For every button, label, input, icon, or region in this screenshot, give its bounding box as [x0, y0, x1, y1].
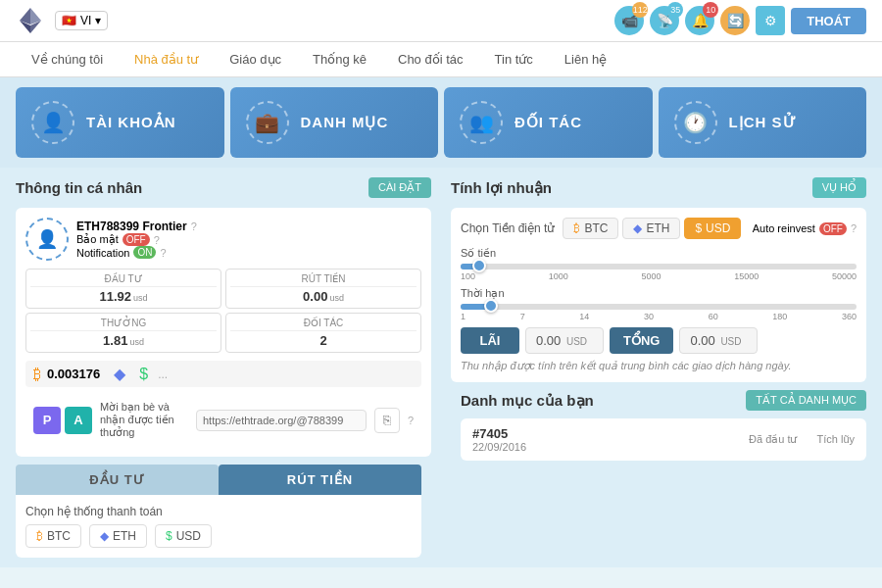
- withdraw-header: RÚT TIỀN: [230, 273, 416, 287]
- bonus-value: 1.81: [103, 333, 127, 348]
- personal-info-card: 👤 ETH788399 Frontier ? Bảo mật OFF ?: [16, 208, 431, 457]
- partner-header: ĐỐI TÁC: [230, 318, 416, 331]
- logout-button[interactable]: THOÁT: [791, 8, 866, 34]
- btc-curr-icon: ₿: [573, 221, 580, 235]
- tile-history[interactable]: 🕐 LỊCH SỬ: [659, 87, 867, 158]
- chevron-down-icon: ▾: [95, 14, 101, 27]
- tile-portfolio[interactable]: 💼 DANH MỤC: [230, 87, 439, 158]
- referral-help-icon[interactable]: ?: [408, 415, 414, 426]
- nav-news[interactable]: Tin tức: [479, 42, 549, 76]
- amount-ticks: 100 1000 5000 15000 50000: [461, 271, 857, 281]
- tick-100: 100: [461, 271, 475, 281]
- duration-track: [461, 304, 857, 310]
- header: 🇻🇳 VI ▾ 📹 112 📡 35 🔔 10 🔄 ⚙ THOÁT: [0, 0, 882, 42]
- profit-header: Tính lợi nhuận VỤ HỔ: [451, 177, 866, 198]
- auto-reinvest-label: Auto reinvest: [753, 222, 815, 234]
- accumulated-label: Tích lũy: [816, 433, 855, 445]
- gear-icon: ⚙: [764, 13, 777, 28]
- payment-label: Chọn hệ thống thanh toán: [25, 505, 412, 518]
- nav-investor[interactable]: Nhà đầu tư: [119, 42, 214, 76]
- help-icon[interactable]: ?: [191, 220, 197, 232]
- bonus-unit: usd: [129, 337, 144, 347]
- payment-btc[interactable]: ₿ BTC: [25, 524, 81, 548]
- portfolio-icon: 💼: [246, 101, 289, 144]
- auto-reinvest-toggle[interactable]: OFF: [819, 222, 847, 235]
- nav-about[interactable]: Về chúng tôi: [16, 42, 119, 76]
- tab-content: Chọn hệ thống thanh toán ₿ BTC ◆ ETH $ U…: [16, 495, 421, 558]
- bell-notif-button[interactable]: 🔔 10: [685, 6, 714, 35]
- bell-badge: 10: [703, 2, 718, 18]
- accumulated-col: Tích lũy: [816, 433, 855, 446]
- left-section: Thông tin cá nhân CÀI ĐẶT 👤 ETH788399 Fr…: [16, 168, 441, 558]
- withdraw-unit: usd: [329, 293, 344, 303]
- security-help-icon[interactable]: ?: [154, 234, 160, 246]
- amount-slider-section: Số tiền 100 1000 5000 15000 50000: [461, 247, 857, 281]
- notification-on: ON: [133, 246, 156, 259]
- btc-currency-btn[interactable]: ₿ BTC: [563, 218, 618, 239]
- notification-toggle-row: Notification ON ?: [76, 246, 197, 259]
- amount-thumb[interactable]: [472, 259, 486, 272]
- copy-link-button[interactable]: ⎘: [374, 408, 400, 433]
- invest-tab[interactable]: ĐẦU TƯ: [16, 465, 219, 495]
- withdraw-tab[interactable]: RÚT TIỀN: [219, 465, 421, 495]
- interest-button[interactable]: LÃI: [461, 327, 519, 354]
- help-button[interactable]: VỤ HỔ: [812, 177, 866, 198]
- usd-curr-label: USD: [706, 221, 730, 235]
- payment-eth[interactable]: ◆ ETH: [89, 524, 147, 548]
- tick-7: 7: [520, 312, 525, 321]
- user-info: ETH788399 Frontier ? Bảo mật OFF ? Notif…: [76, 220, 197, 259]
- tile-partner-label: ĐỐI TÁC: [514, 114, 582, 131]
- tick-1: 1: [461, 312, 466, 321]
- nav-stats[interactable]: Thống kê: [297, 42, 382, 76]
- feed-notif-button[interactable]: 📡 35: [650, 6, 679, 35]
- withdraw-value: 0.00: [303, 289, 327, 304]
- partner-stat: ĐỐI TÁC 2: [225, 313, 421, 353]
- invest-value: 11.92: [99, 289, 131, 304]
- tick-60: 60: [709, 312, 718, 321]
- header-right: 📹 112 📡 35 🔔 10 🔄 ⚙ THOÁT: [614, 6, 866, 35]
- invested-label: Đã đầu tư: [749, 433, 797, 446]
- video-notif-button[interactable]: 📹 112: [614, 6, 644, 35]
- eth-pay-icon: ◆: [100, 529, 109, 543]
- personal-info-title: Thông tin cá nhân: [16, 179, 142, 196]
- eth-icon: ◆: [114, 365, 125, 383]
- tile-partner[interactable]: 👥 ĐỐI TÁC: [444, 87, 653, 158]
- bonus-stat: THƯỞNG 1.81 usd: [25, 313, 221, 353]
- tick-30: 30: [644, 312, 654, 321]
- tick-360: 360: [842, 312, 857, 321]
- withdraw-stat: RÚT TIỀN 0.00 usd: [225, 269, 421, 309]
- eth-curr-icon: ◆: [633, 221, 642, 235]
- usd-currency-btn[interactable]: $ USD: [684, 218, 741, 239]
- tile-account[interactable]: 👤 TÀI KHOẢN: [16, 87, 224, 158]
- interest-value-display: 0.00 USD: [525, 327, 604, 354]
- refresh-notif-button[interactable]: 🔄: [720, 6, 750, 35]
- security-toggle[interactable]: OFF: [122, 233, 150, 246]
- language-button[interactable]: 🇻🇳 VI ▾: [55, 11, 108, 30]
- auto-reinvest-help[interactable]: ?: [851, 222, 857, 234]
- total-value: 0.00: [690, 333, 714, 348]
- right-section: Tính lợi nhuận VỤ HỔ Chọn Tiền điện tử ₿…: [441, 168, 866, 558]
- eth-currency-btn[interactable]: ◆ ETH: [622, 218, 680, 239]
- duration-label: Thời hạn: [461, 287, 857, 300]
- nav-contact[interactable]: Liên hệ: [549, 42, 622, 76]
- security-label: Bảo mật: [76, 233, 119, 246]
- invested-col: Đã đầu tư: [749, 433, 797, 446]
- referral-link-input[interactable]: [196, 410, 367, 431]
- payment-usd[interactable]: $ USD: [155, 524, 212, 548]
- portfolio-header: Danh mục của bạn TẤT CẢ DANH MỤC: [461, 390, 866, 411]
- investment-section: ĐẦU TƯ RÚT TIỀN Chọn hệ thống thanh toán…: [16, 457, 431, 558]
- tick-14: 14: [579, 312, 589, 321]
- nav-education[interactable]: Giáo dục: [214, 42, 297, 76]
- settings-small-button[interactable]: CÀI ĐẶT: [368, 177, 431, 198]
- partner-icon: 👥: [460, 101, 503, 144]
- duration-thumb[interactable]: [484, 299, 498, 313]
- settings-button[interactable]: ⚙: [756, 6, 785, 35]
- all-portfolio-button[interactable]: TẤT CẢ DANH MỤC: [746, 390, 866, 411]
- notification-help-icon[interactable]: ?: [160, 247, 166, 259]
- referral-avatars: P A: [33, 407, 92, 434]
- tile-portfolio-label: DANH MỤC: [301, 114, 389, 131]
- nav-partner[interactable]: Cho đối tác: [382, 42, 479, 76]
- auto-reinvest-row: Auto reinvest OFF ?: [753, 222, 857, 235]
- notification-toggle[interactable]: ON: [133, 246, 156, 259]
- total-button[interactable]: TỔNG: [610, 327, 673, 354]
